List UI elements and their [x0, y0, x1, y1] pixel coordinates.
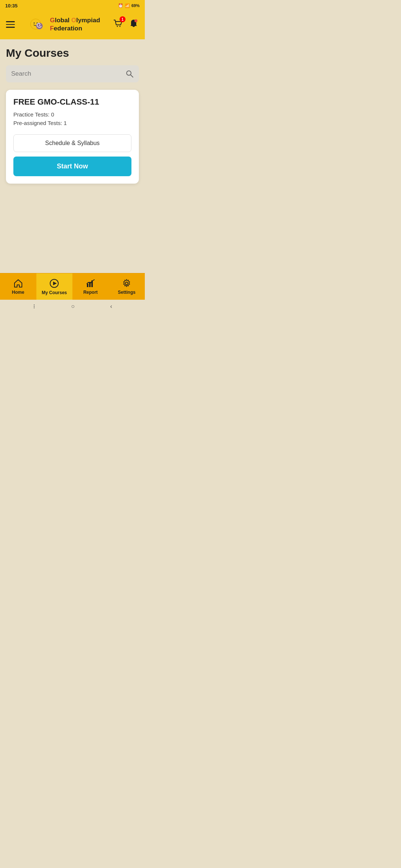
hamburger-line-3	[6, 27, 15, 28]
bell-icon	[128, 19, 139, 29]
nav-home[interactable]: Home	[0, 273, 36, 300]
start-now-button[interactable]: Start Now	[13, 157, 131, 176]
course-title: FREE GMO-CLASS-11	[13, 97, 131, 107]
search-input[interactable]	[11, 70, 125, 78]
svg-line-1	[41, 17, 42, 19]
svg-point-9	[120, 26, 121, 27]
back-button[interactable]: ‹	[110, 303, 112, 310]
status-time: 10:35	[5, 3, 17, 9]
system-nav-bar: ⫶ ○ ‹	[0, 300, 145, 313]
cart-badge: 1	[120, 16, 125, 22]
search-icon	[125, 70, 134, 78]
nav-settings[interactable]: Settings	[109, 273, 145, 300]
main-content: My Courses FREE GMO-CLASS-11 Practice Te…	[0, 39, 145, 273]
pre-assigned-tests-info: Pre-assigned Tests: 1	[13, 120, 131, 126]
svg-point-5	[34, 23, 35, 24]
bottom-nav: Home My Courses Report Settings	[0, 273, 145, 300]
nav-my-courses[interactable]: My Courses	[36, 273, 73, 300]
nav-my-courses-label: My Courses	[42, 290, 67, 295]
hamburger-line-1	[6, 21, 15, 22]
schedule-syllabus-button[interactable]: Schedule & Syllabus	[13, 134, 131, 152]
hamburger-line-2	[6, 24, 15, 25]
home-button[interactable]: ○	[71, 303, 75, 310]
logo-text: Global Olympiad Federation	[50, 16, 100, 33]
recent-apps-button[interactable]: ⫶	[33, 303, 36, 310]
svg-point-8	[117, 26, 118, 27]
alarm-icon: ⏰	[118, 3, 123, 8]
svg-rect-15	[87, 284, 88, 287]
course-card: FREE GMO-CLASS-11 Practice Tests: 0 Pre-…	[6, 90, 139, 184]
status-bar: 10:35 ⏰ 📶 69%	[0, 0, 145, 11]
report-icon	[86, 279, 95, 288]
svg-point-11	[127, 71, 131, 75]
play-circle-icon	[49, 278, 59, 289]
nav-settings-label: Settings	[118, 290, 136, 295]
battery-level: 69%	[131, 3, 140, 8]
svg-line-2	[43, 22, 45, 23]
header: Global Olympiad Federation 1	[0, 11, 145, 39]
cart-button[interactable]: 1	[113, 19, 123, 30]
status-icons: ⏰ 📶 69%	[118, 3, 140, 8]
svg-point-18	[125, 282, 128, 285]
notification-button[interactable]	[128, 19, 139, 30]
practice-tests-info: Practice Tests: 0	[13, 111, 131, 118]
nav-report-label: Report	[83, 290, 98, 295]
logo-icon	[27, 15, 47, 34]
nav-home-label: Home	[12, 290, 24, 295]
page-title: My Courses	[6, 47, 139, 59]
hamburger-menu-button[interactable]	[6, 21, 15, 28]
settings-icon	[122, 279, 131, 288]
wifi-icon: 📶	[125, 3, 130, 8]
svg-line-12	[131, 75, 133, 77]
logo-area: Global Olympiad Federation	[27, 15, 100, 34]
header-right: 1	[113, 19, 139, 30]
home-icon	[13, 279, 23, 288]
svg-marker-14	[53, 282, 57, 285]
nav-report[interactable]: Report	[72, 273, 109, 300]
svg-point-10	[134, 19, 137, 22]
search-bar[interactable]	[6, 65, 139, 82]
